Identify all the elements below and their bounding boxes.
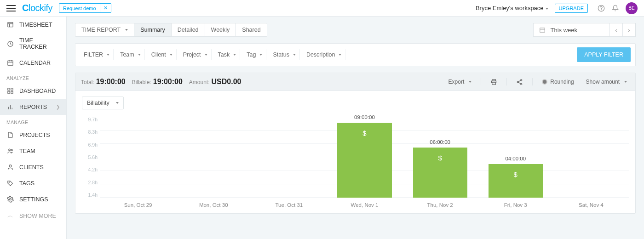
bell-icon[interactable]: [608, 1, 622, 15]
chevron-down-icon: [339, 54, 341, 56]
sidebar: TIMESHEET TIME TRACKER CALENDAR ANALYZE …: [0, 17, 67, 239]
bar-column: 06:00:00$: [402, 117, 478, 198]
svg-rect-22: [540, 28, 545, 32]
chevron-down-icon: [293, 54, 296, 56]
sidebar-item-reports[interactable]: REPORTS ❯: [0, 99, 66, 115]
sidebar-item-timesheet[interactable]: TIMESHEET: [0, 17, 66, 33]
bar-value-label: 06:00:00: [430, 139, 450, 145]
tag-icon: [6, 180, 14, 187]
total-stat: Total:19:00:00: [81, 78, 126, 86]
filter-tag[interactable]: Tag: [243, 49, 266, 60]
filter-team[interactable]: Team: [116, 49, 145, 60]
filter-description[interactable]: Description: [303, 49, 346, 60]
bar-value-label: 09:00:00: [354, 114, 375, 120]
rounding-toggle[interactable]: Rounding: [539, 79, 576, 85]
avatar[interactable]: BE: [626, 2, 638, 14]
date-next-button[interactable]: ›: [622, 23, 635, 36]
close-icon[interactable]: ✕: [100, 4, 111, 12]
bar-column: 04:00:00$: [478, 117, 553, 198]
gear-icon: [6, 196, 14, 203]
svg-rect-12: [7, 91, 9, 93]
chevron-down-icon: [107, 54, 109, 56]
filter-task[interactable]: Task: [214, 49, 241, 60]
billability-dropdown[interactable]: Billability: [82, 97, 124, 109]
tab-summary[interactable]: Summary: [134, 23, 171, 37]
svg-point-20: [9, 182, 10, 182]
x-axis-label: Sat, Nov 4: [553, 200, 629, 211]
chevron-down-icon: [205, 54, 207, 56]
chevron-down-icon: [259, 54, 262, 56]
bar-column: [176, 117, 251, 198]
sidebar-item-tags[interactable]: TAGS: [0, 175, 66, 191]
svg-point-1: [601, 9, 602, 10]
date-prev-button[interactable]: ‹: [610, 23, 622, 36]
print-icon[interactable]: [488, 79, 500, 85]
x-axis-label: Tue, Oct 31: [251, 200, 327, 211]
chevron-down-icon: [125, 29, 128, 31]
chevron-down-icon: [624, 81, 627, 83]
workspace-dropdown[interactable]: Bryce Emley's workspace: [476, 5, 548, 11]
file-icon: [6, 131, 14, 138]
svg-line-30: [518, 82, 521, 84]
time-report-dropdown[interactable]: TIME REPORT: [75, 23, 134, 37]
x-axis-label: Sun, Oct 29: [100, 200, 176, 211]
filter-project[interactable]: Project: [179, 49, 212, 60]
filter-bar: FILTER Team Client Project Task Tag Stat…: [75, 43, 636, 66]
sidebar-item-settings[interactable]: SETTINGS: [0, 191, 66, 207]
calendar-icon: [6, 59, 14, 66]
section-manage: MANAGE: [0, 115, 66, 127]
dashboard-icon: [6, 87, 14, 94]
chevron-up-icon: ︿: [6, 212, 14, 220]
svg-point-17: [8, 149, 10, 151]
hours-bar-chart: 9.7h8.3h6.9h5.6h4.2h2.8h1.4h 09:00:00$06…: [82, 114, 629, 211]
upgrade-button[interactable]: UPGRADE: [555, 4, 588, 13]
show-more[interactable]: ︿ SHOW MORE: [0, 207, 66, 224]
export-dropdown[interactable]: Export: [446, 79, 475, 85]
sidebar-item-calendar[interactable]: CALENDAR: [0, 55, 66, 71]
svg-rect-11: [11, 88, 12, 90]
sidebar-item-team[interactable]: TEAM: [0, 143, 66, 159]
svg-rect-25: [492, 82, 496, 85]
bar[interactable]: 06:00:00$: [413, 148, 467, 198]
dollar-icon: $: [438, 154, 442, 162]
svg-point-21: [9, 199, 11, 200]
reports-icon: [6, 103, 14, 110]
sidebar-item-projects[interactable]: PROJECTS: [0, 127, 66, 143]
toggle-icon: [542, 79, 547, 85]
svg-rect-2: [7, 23, 12, 27]
help-icon[interactable]: [594, 1, 608, 15]
svg-rect-10: [7, 88, 9, 90]
sidebar-item-dashboard[interactable]: DASHBOARD: [0, 83, 66, 99]
request-demo-pill[interactable]: Request demo ✕: [59, 3, 111, 13]
filter-status[interactable]: Status: [269, 49, 299, 60]
share-icon[interactable]: [513, 79, 526, 85]
chevron-down-icon: [116, 102, 119, 104]
dollar-icon: $: [362, 129, 366, 137]
bar-column: [553, 117, 629, 198]
x-axis-label: Thu, Nov 2: [402, 200, 478, 211]
dollar-icon: $: [514, 171, 518, 178]
logo: CClockifylockify: [22, 3, 52, 13]
sidebar-item-time-tracker[interactable]: TIME TRACKER: [0, 33, 66, 55]
tab-weekly[interactable]: Weekly: [205, 23, 236, 37]
filter-label[interactable]: FILTER: [80, 49, 114, 60]
bar[interactable]: 09:00:00$: [337, 123, 391, 198]
date-range-picker: This week ‹ ›: [533, 23, 636, 37]
calendar-icon: [539, 27, 546, 33]
apply-filter-button[interactable]: APPLY FILTER: [577, 47, 631, 62]
filter-client[interactable]: Client: [148, 49, 177, 60]
chevron-down-icon: [469, 81, 472, 83]
x-axis-label: Mon, Oct 30: [176, 200, 251, 211]
bar[interactable]: 04:00:00$: [489, 164, 543, 198]
tab-detailed[interactable]: Detailed: [171, 23, 205, 37]
bar-column: 09:00:00$: [327, 117, 402, 198]
bar-value-label: 04:00:00: [505, 156, 526, 161]
tab-shared[interactable]: Shared: [236, 23, 267, 37]
section-analyze: ANALYZE: [0, 71, 66, 83]
menu-toggle[interactable]: [6, 5, 16, 11]
team-icon: [6, 148, 14, 154]
show-amount-dropdown[interactable]: Show amount: [583, 79, 630, 85]
sidebar-item-clients[interactable]: CLIENTS: [0, 159, 66, 175]
date-range-button[interactable]: This week: [534, 23, 610, 36]
svg-rect-13: [11, 91, 12, 93]
